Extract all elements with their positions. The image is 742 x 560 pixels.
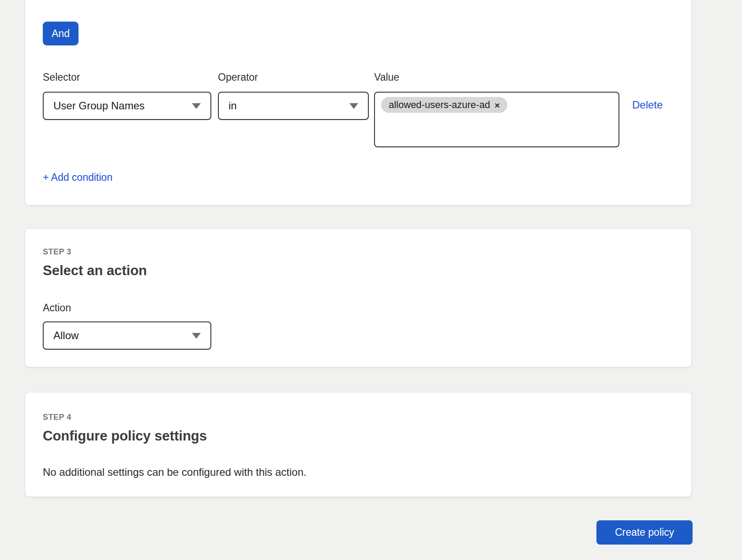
value-multiselect-input[interactable]: allowed-users-azure-ad × bbox=[374, 92, 619, 147]
action-label: Action bbox=[43, 303, 674, 313]
chevron-down-icon bbox=[192, 333, 201, 339]
value-field: Value allowed-users-azure-ad × bbox=[374, 72, 619, 147]
chevron-down-icon bbox=[349, 103, 358, 109]
operator-field: Operator in bbox=[218, 72, 369, 120]
step4-card: STEP 4 Configure policy settings No addi… bbox=[25, 392, 692, 497]
policy-builder-page: And Selector User Group Names Operator i… bbox=[0, 0, 742, 560]
value-tag: allowed-users-azure-ad × bbox=[381, 97, 507, 113]
step3-label: STEP 3 bbox=[43, 247, 674, 257]
condition-row: Selector User Group Names Operator in Va… bbox=[43, 72, 675, 147]
step3-title: Select an action bbox=[43, 263, 674, 279]
step4-label: STEP 4 bbox=[43, 413, 674, 422]
add-condition-link[interactable]: + Add condition bbox=[43, 172, 112, 183]
selector-label: Selector bbox=[43, 72, 211, 82]
chevron-down-icon bbox=[192, 103, 201, 109]
condition-card: And Selector User Group Names Operator i… bbox=[25, 0, 692, 205]
operator-dropdown[interactable]: in bbox=[218, 92, 369, 120]
operator-label: Operator bbox=[218, 72, 369, 82]
delete-condition-link[interactable]: Delete bbox=[632, 72, 663, 111]
selector-dropdown-value: User Group Names bbox=[53, 100, 145, 112]
operator-dropdown-value: in bbox=[229, 100, 237, 112]
create-policy-button[interactable]: Create policy bbox=[596, 520, 693, 545]
action-dropdown[interactable]: Allow bbox=[43, 321, 211, 350]
value-label: Value bbox=[374, 72, 619, 82]
and-operator-button[interactable]: And bbox=[43, 22, 79, 45]
action-dropdown-value: Allow bbox=[53, 329, 79, 342]
selector-field: Selector User Group Names bbox=[43, 72, 211, 120]
value-tag-text: allowed-users-azure-ad bbox=[389, 99, 490, 111]
selector-dropdown[interactable]: User Group Names bbox=[43, 92, 211, 120]
step4-title: Configure policy settings bbox=[43, 428, 674, 444]
step4-description: No additional settings can be configured… bbox=[43, 466, 674, 478]
remove-tag-icon[interactable]: × bbox=[495, 101, 500, 110]
step3-card: STEP 3 Select an action Action Allow bbox=[25, 228, 692, 367]
